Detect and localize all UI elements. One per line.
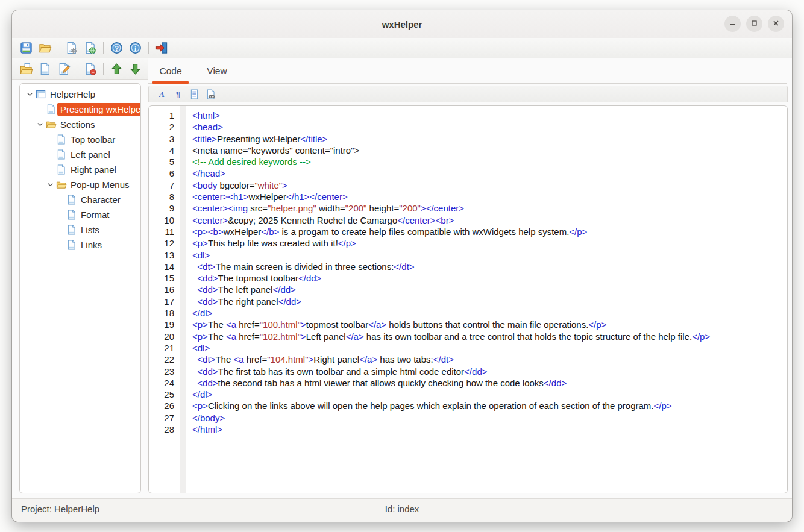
code-line[interactable]: 28</html> <box>149 424 787 435</box>
tab-view[interactable]: View <box>199 58 235 83</box>
code-line[interactable]: 7<body bgcolor="white"> <box>149 180 787 191</box>
tree-indent <box>55 240 66 250</box>
code-line[interactable]: 6</head> <box>149 167 787 179</box>
code-text: <dd>The left panel</dd> <box>180 284 296 295</box>
code-line[interactable]: 15 <dd>The topmost toolbar</dd> <box>149 272 787 284</box>
edit-page-button[interactable] <box>54 61 73 77</box>
tree-item-presenting-wxhelper[interactable]: Presenting wxHelper <box>20 102 140 117</box>
code-editor[interactable]: 1<html>2<head>3<title>Presenting wxHelpe… <box>148 105 788 493</box>
tree-item-links[interactable]: Links <box>20 237 140 252</box>
code-line[interactable]: 12<p>This help file was created with it!… <box>149 237 787 249</box>
line-number: 27 <box>149 412 180 424</box>
folder-icon <box>45 119 57 130</box>
code-line[interactable]: 14 <dt>The main screen is divided in thr… <box>149 261 787 272</box>
code-text: <meta name="keywords" content="intro"> <box>180 145 359 156</box>
tab-code[interactable]: Code <box>152 58 189 83</box>
code-line[interactable]: 17 <dd>The right panel</dd> <box>149 296 787 307</box>
save-button[interactable] <box>17 40 36 56</box>
exit-door-icon <box>155 41 169 55</box>
character-format-button[interactable]: A <box>154 87 170 101</box>
paragraph-button[interactable]: ¶ <box>170 87 186 101</box>
line-number: 6 <box>149 167 180 179</box>
line-number: 22 <box>149 354 180 365</box>
tree-item-lists[interactable]: Lists <box>20 222 140 237</box>
chevron-down-icon[interactable] <box>45 180 55 190</box>
svg-text:A: A <box>159 90 165 99</box>
tree-item-right-panel[interactable]: Right panel <box>20 162 140 177</box>
help-button[interactable]: ? <box>107 40 126 56</box>
tree-item-label: Character <box>78 193 123 206</box>
code-line[interactable]: 5<!-- Add desired keywords --> <box>149 156 787 167</box>
line-number: 2 <box>149 121 180 133</box>
code-text: <dd>The first tab has its own toolbar an… <box>180 366 487 377</box>
move-down-button[interactable] <box>126 61 145 77</box>
svg-text:i: i <box>134 45 136 52</box>
code-line[interactable]: 21<dl> <box>149 342 787 354</box>
preview-button[interactable] <box>81 40 99 56</box>
code-line[interactable]: 16 <dd>The left panel</dd> <box>149 284 787 295</box>
code-lines: 1<html>2<head>3<title>Presenting wxHelpe… <box>149 110 787 435</box>
exit-button[interactable] <box>152 40 171 56</box>
code-line[interactable]: 10<center>&copy; 2025 Kenneth Rochel de … <box>149 214 787 226</box>
link-page-icon <box>205 89 216 100</box>
svg-text:?: ? <box>115 45 119 52</box>
title-bar[interactable]: wxHelper <box>12 10 792 39</box>
chevron-down-icon[interactable] <box>34 120 45 130</box>
toolbar-separator <box>58 42 58 54</box>
code-text: </html> <box>180 424 222 435</box>
tree-toolbar <box>12 58 160 80</box>
page-icon <box>66 239 78 251</box>
tree-item-sections[interactable]: Sections <box>20 117 140 132</box>
close-button[interactable] <box>768 16 784 32</box>
about-button[interactable]: i <box>126 40 145 56</box>
tree-item-format[interactable]: Format <box>20 207 140 222</box>
code-line[interactable]: 9<center><img src="helper.png" width="20… <box>149 202 787 214</box>
tree-item-top-toolbar[interactable]: Top toolbar <box>20 132 140 147</box>
tree-item-character[interactable]: Character <box>20 192 140 207</box>
code-line[interactable]: 2<head> <box>149 121 787 133</box>
code-line[interactable]: 1<html> <box>149 110 787 121</box>
code-line[interactable]: 11<p><b>wxHelper</b> is a progam to crea… <box>149 226 787 237</box>
edit-page-icon <box>57 62 71 76</box>
code-line[interactable]: 25</dl> <box>149 389 787 400</box>
close-icon <box>772 19 780 30</box>
page-icon <box>66 209 78 221</box>
delete-page-button[interactable] <box>81 61 99 77</box>
code-line[interactable]: 24 <dd>the second tab has a html viewer … <box>149 377 787 389</box>
add-section-button[interactable] <box>17 61 36 77</box>
tree-item-label: Lists <box>78 224 102 236</box>
chevron-down-icon[interactable] <box>24 90 35 99</box>
code-line[interactable]: 8<center><h1>wxHelper</h1></center> <box>149 191 787 202</box>
open-folder-icon <box>38 41 52 55</box>
page-icon <box>55 134 68 145</box>
code-line[interactable]: 20<p>The <a href="102.html">Left panel</… <box>149 331 787 342</box>
links-button[interactable] <box>203 87 219 101</box>
build-button[interactable] <box>62 40 81 56</box>
code-line[interactable]: 13<dl> <box>149 249 787 261</box>
code-text: <body bgcolor="white"> <box>180 180 287 191</box>
tree-item-label: Format <box>78 208 112 221</box>
code-line[interactable]: 22 <dt>The <a href="104.html">Right pane… <box>149 354 787 365</box>
minimize-button[interactable] <box>724 16 741 32</box>
app-window: wxHelper ?i CodeView HelperHelpPresentin… <box>12 10 792 522</box>
code-line[interactable]: 27</body> <box>149 412 787 424</box>
tree-item-left-panel[interactable]: Left panel <box>20 147 140 162</box>
list-page-icon <box>189 89 200 100</box>
toolbar-separator <box>103 42 104 54</box>
code-line[interactable]: 19<p>The <a href="100.html">topmost tool… <box>149 319 787 330</box>
add-page-button[interactable] <box>36 61 54 77</box>
open-button[interactable] <box>36 40 54 56</box>
code-line[interactable]: 18</dl> <box>149 307 787 319</box>
code-line[interactable]: 3<title>Presenting wxHelper</title> <box>149 133 787 145</box>
tree-item-helperhelp[interactable]: HelperHelp <box>20 87 140 102</box>
code-line[interactable]: 26<p>Clicking on the links above will op… <box>149 400 787 412</box>
arrow-down-icon <box>128 62 142 76</box>
code-text: <center><img src="helper.png" width="200… <box>180 202 464 214</box>
code-toolbar: A¶ <box>148 86 788 102</box>
code-line[interactable]: 23 <dd>The first tab has its own toolbar… <box>149 366 787 377</box>
tree-item-pop-up-menus[interactable]: Pop-up Menus <box>20 177 140 192</box>
move-up-button[interactable] <box>107 61 126 77</box>
maximize-button[interactable] <box>746 16 762 32</box>
code-line[interactable]: 4<meta name="keywords" content="intro"> <box>149 145 787 156</box>
lists-button[interactable] <box>186 87 203 101</box>
